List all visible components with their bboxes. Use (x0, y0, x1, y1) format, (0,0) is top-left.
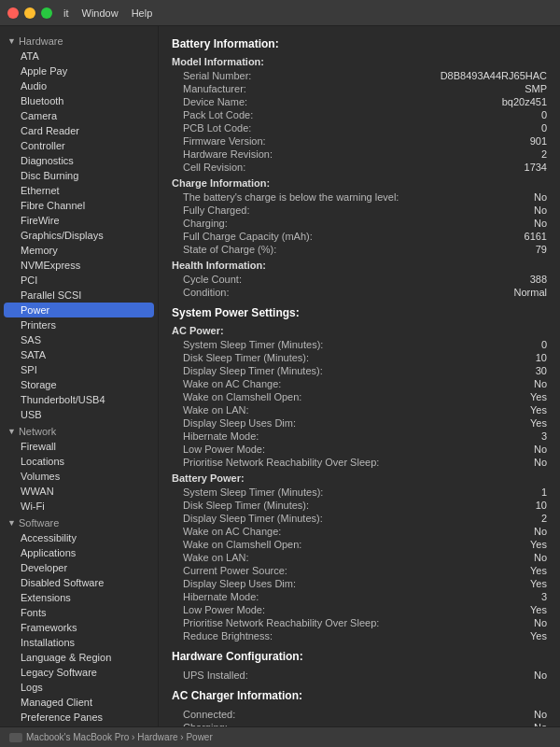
table-row: Serial Number:D8B8493A44RJ65HAC (172, 69, 547, 82)
table-row: Reduce Brightness:Yes (172, 629, 547, 642)
sidebar-item-language-region[interactable]: Language & Region (0, 650, 158, 665)
battery-info-title: Battery Information: (172, 37, 547, 50)
sidebar-item-installations[interactable]: Installations (0, 635, 158, 650)
sidebar-item-extensions[interactable]: Extensions (0, 590, 158, 605)
ac-power-section: AC Power: System Sleep Timer (Minutes):0… (172, 325, 547, 469)
table-row: System Sleep Timer (Minutes):1 (172, 486, 547, 499)
sidebar-item-preference-panes[interactable]: Preference Panes (0, 710, 158, 725)
sidebar-item-camera[interactable]: Camera (0, 108, 158, 123)
table-row: Prioritise Network Reachability Over Sle… (172, 456, 547, 469)
arrow-icon: ▼ (7, 518, 16, 528)
table-row: Display Sleep Uses Dim:Yes (172, 416, 547, 430)
sidebar-item-firewire[interactable]: FireWire (0, 213, 158, 228)
close-button[interactable] (7, 7, 19, 19)
sidebar-item-card-reader[interactable]: Card Reader (0, 123, 158, 138)
table-row: Wake on LAN:No (172, 551, 547, 564)
table-row: System Sleep Timer (Minutes):0 (172, 338, 547, 351)
sidebar-item-graphics-displays[interactable]: Graphics/Displays (0, 228, 158, 243)
sidebar-item-wwan[interactable]: WWAN (0, 484, 158, 499)
table-row: Full Charge Capacity (mAh):6161 (172, 230, 547, 243)
table-row: Wake on LAN:Yes (172, 403, 547, 416)
sidebar-item-parallel-scsi[interactable]: Parallel SCSI (0, 288, 158, 303)
sidebar-item-bluetooth[interactable]: Bluetooth (0, 93, 158, 108)
sidebar-item-managed-client[interactable]: Managed Client (0, 695, 158, 710)
sidebar-item-frameworks[interactable]: Frameworks (0, 620, 158, 635)
sidebar-item-legacy-software[interactable]: Legacy Software (0, 665, 158, 680)
table-row: Pack Lot Code:0 (172, 108, 547, 121)
table-row: Fully Charged:No (172, 204, 547, 217)
sidebar-item-apple-pay[interactable]: Apple Pay (0, 63, 158, 78)
sidebar-item-storage[interactable]: Storage (0, 377, 158, 392)
menu-bar: it Window Help (63, 7, 152, 19)
sidebar-group-hardware[interactable]: ▼ Hardware (0, 32, 158, 49)
table-row: Hibernate Mode:3 (172, 430, 547, 443)
table-row: Low Power Mode:No (172, 443, 547, 456)
charge-info-group: Charge Information: The battery's charge… (172, 177, 547, 256)
sidebar-item-nvmexpress[interactable]: NVMExpress (0, 258, 158, 273)
sidebar-item-controller[interactable]: Controller (0, 138, 158, 153)
sidebar-item-logs[interactable]: Logs (0, 680, 158, 695)
sidebar-item-diagnostics[interactable]: Diagnostics (0, 153, 158, 168)
health-info-title: Health Information: (172, 260, 547, 271)
table-row: Wake on AC Change:No (172, 525, 547, 538)
hardware-config-title: Hardware Configuration: (172, 650, 547, 663)
sidebar-item-usb[interactable]: USB (0, 407, 158, 422)
table-row: Cycle Count:388 (172, 273, 547, 286)
sidebar-item-accessibility[interactable]: Accessibility (0, 530, 158, 545)
table-row: Charging:No (172, 217, 547, 230)
sidebar-item-fibre-channel[interactable]: Fibre Channel (0, 198, 158, 213)
table-row: Hardware Revision:2 (172, 148, 547, 161)
table-row: Connected:No (172, 708, 547, 721)
sidebar-item-firewall[interactable]: Firewall (0, 439, 158, 454)
sidebar-item-locations[interactable]: Locations (0, 454, 158, 469)
sidebar-item-audio[interactable]: Audio (0, 78, 158, 93)
sidebar-item-disabled-software[interactable]: Disabled Software (0, 575, 158, 590)
sidebar-item-thunderbolt-usb4[interactable]: Thunderbolt/USB4 (0, 392, 158, 407)
sidebar-item-sas[interactable]: SAS (0, 332, 158, 347)
sidebar-item-spi[interactable]: SPI (0, 362, 158, 377)
table-row: Low Power Mode:Yes (172, 603, 547, 616)
traffic-lights (7, 7, 52, 19)
menu-item-window[interactable]: Window (82, 7, 119, 19)
table-row: UPS Installed:No (172, 669, 547, 682)
sidebar-item-pci[interactable]: PCI (0, 273, 158, 288)
table-row: Disk Sleep Timer (Minutes):10 (172, 351, 547, 364)
sidebar-group-software[interactable]: ▼ Software (0, 514, 158, 530)
battery-power-section: Battery Power: System Sleep Timer (Minut… (172, 472, 547, 642)
sidebar-item-power[interactable]: Power (4, 303, 154, 317)
sidebar-item-wifi[interactable]: Wi-Fi (0, 499, 158, 514)
menu-item-edit[interactable]: it (63, 7, 69, 19)
sidebar-group-label-hardware: Hardware (19, 35, 63, 47)
sidebar-item-applications[interactable]: Applications (0, 545, 158, 560)
table-row: The battery's charge is below the warnin… (172, 190, 547, 204)
table-row: Firmware Version:901 (172, 134, 547, 148)
battery-power-title: Battery Power: (172, 472, 547, 484)
sidebar-item-volumes[interactable]: Volumes (0, 469, 158, 484)
sidebar-item-printers[interactable]: Printers (0, 317, 158, 332)
table-row: Condition:Normal (172, 286, 547, 299)
sidebar-item-developer[interactable]: Developer (0, 560, 158, 575)
sidebar-item-memory[interactable]: Memory (0, 243, 158, 258)
sidebar-item-sata[interactable]: SATA (0, 347, 158, 362)
table-row: Prioritise Network Reachability Over Sle… (172, 616, 547, 629)
table-row: Display Sleep Timer (Minutes):2 (172, 512, 547, 525)
table-row: Cell Revision:1734 (172, 161, 547, 174)
health-info-group: Health Information: Cycle Count:388 Cond… (172, 260, 547, 299)
titlebar: it Window Help (0, 0, 560, 26)
menu-item-help[interactable]: Help (132, 7, 153, 19)
sidebar-item-ethernet[interactable]: Ethernet (0, 183, 158, 198)
table-row: Current Power Source:Yes (172, 564, 547, 577)
sidebar-group-network[interactable]: ▼ Network (0, 422, 158, 439)
table-row: Hibernate Mode:3 (172, 590, 547, 603)
minimize-button[interactable] (24, 7, 35, 19)
sidebar-item-fonts[interactable]: Fonts (0, 605, 158, 620)
sidebar-item-disc-burning[interactable]: Disc Burning (0, 168, 158, 183)
main-layout: ▼ Hardware ATA Apple Pay Audio Bluetooth… (0, 26, 560, 726)
model-info-group: Model Information: Serial Number:D8B8493… (172, 56, 547, 174)
sidebar-item-ata[interactable]: ATA (0, 49, 158, 63)
sidebar-group-label-network: Network (19, 426, 56, 437)
maximize-button[interactable] (41, 7, 52, 19)
bottombar: Macbook's MacBook Pro › Hardware › Power (0, 726, 560, 747)
table-row: Wake on Clamshell Open:Yes (172, 538, 547, 551)
breadcrumb: Macbook's MacBook Pro › Hardware › Power (26, 732, 213, 742)
